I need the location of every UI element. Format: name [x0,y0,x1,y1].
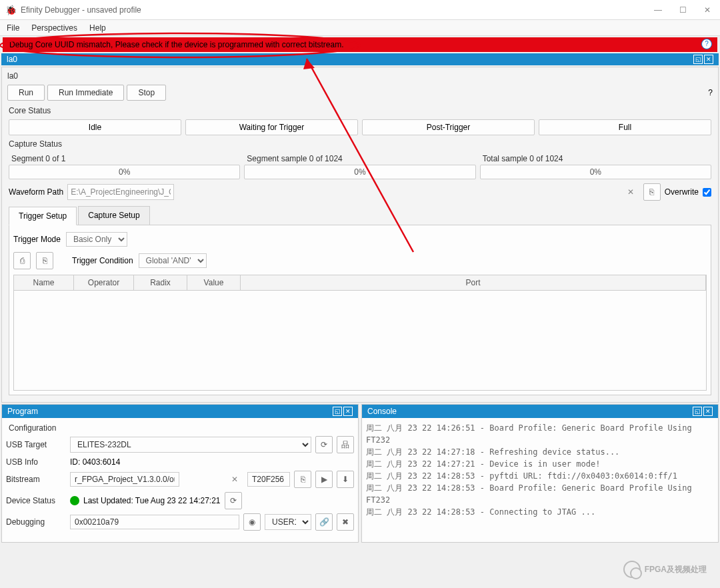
la-panel: la0 Run Run Immediate Stop ? Core Status… [1,67,719,403]
usb-info-value: ID: 0403:6014 [70,457,120,467]
usb-tree-icon[interactable]: 品 [337,436,354,453]
console-output[interactable]: 周二 八月 23 22 14:26:51 - Board Profile: Ge… [362,418,718,542]
trigger-condition-select[interactable]: Global 'AND' [139,253,207,268]
stop-button[interactable]: Stop [127,85,166,101]
close-panel-icon[interactable]: ✕ [704,55,713,64]
segment-progress: 0% [9,165,240,179]
core-status-label: Core Status [5,103,715,118]
waveform-path-input[interactable] [67,184,174,200]
debugging-input[interactable] [70,515,239,529]
menu-perspectives[interactable]: Perspectives [31,23,77,33]
overwrite-label: Overwrite [665,187,699,197]
program-title: Program [7,407,38,416]
clear-bitstream-icon[interactable]: ✕ [231,475,238,484]
status-waiting: Waiting for Trigger [185,119,358,135]
col-value: Value [187,275,241,290]
usb-target-label: USB Target [6,440,66,449]
segment-sample-label: Segment sample 0 of 1024 [244,153,475,165]
run-immediate-button[interactable]: Run Immediate [47,85,124,101]
total-sample-label: Total sample 0 of 1024 [480,153,711,165]
trigger-table-body [13,291,707,391]
usb-target-select[interactable]: ELITES-232DL [70,437,311,453]
run-button[interactable]: Run [7,85,45,101]
col-operator: Operator [74,275,134,290]
wechat-icon [623,561,641,578]
trigger-table-header: Name Operator Radix Value Port [13,275,707,291]
waveform-path-label: Waveform Path [9,187,63,197]
close-button[interactable]: ✕ [700,4,715,16]
col-radix: Radix [134,275,187,290]
part-input[interactable] [247,472,290,487]
refresh-status-icon[interactable]: ⟳ [225,492,242,509]
console-pane: Console ◱✕ 周二 八月 23 22 14:26:51 - Board … [361,404,719,543]
status-full: Full [539,119,711,135]
menubar: File Perspectives Help [0,20,720,36]
watermark-text: FPGA及视频处理 [645,564,707,575]
total-sample-progress: 0% [480,165,711,179]
bug-icon: 🐞 [5,5,17,15]
window-title: Efinity Debugger - unsaved profile [21,5,141,15]
browse-bitstream-icon[interactable]: ⎘ [294,471,311,488]
trigger-mode-label: Trigger Mode [13,235,61,244]
program-close-icon[interactable]: ✕ [343,407,353,416]
bitstream-label: Bitstream [6,475,66,484]
device-status-label: Device Status [6,496,66,505]
la-sub: la0 [5,70,715,82]
col-port: Port [241,275,706,290]
capture-status-label: Capture Status [5,137,715,151]
program-restore-icon[interactable]: ◱ [333,407,342,416]
help-icon[interactable]: ? [701,39,712,49]
program-pane: Program ◱✕ Configuration USB Target ELIT… [1,404,359,543]
error-banner: Debug Core UUID mismatch, Please check i… [3,37,717,52]
configuration-label: Configuration [6,422,354,434]
debugging-label: Debugging [6,517,66,527]
usb-info-label: USB Info [6,457,66,467]
clear-path-icon[interactable]: ✕ [627,187,634,197]
bitstream-input[interactable] [70,472,179,487]
window-titlebar: 🐞 Efinity Debugger - unsaved profile — ☐… [0,0,720,20]
overwrite-checkbox[interactable] [703,188,711,197]
console-close-icon[interactable]: ✕ [703,407,713,416]
menu-file[interactable]: File [7,23,19,33]
tab-trigger-setup[interactable]: Trigger Setup [9,207,77,225]
segment-label: Segment 0 of 1 [9,153,240,165]
la-tab-header: la0 ◱ ✕ [1,53,719,65]
add-trigger-icon[interactable]: ⎙ [13,252,31,269]
user-select[interactable]: USER1 [265,514,311,530]
watermark: FPGA及视频处理 [623,561,707,578]
device-status-value: Last Updated: Tue Aug 23 22 14:27:21 [83,496,221,505]
status-post: Post-Trigger [362,119,535,135]
segment-sample-progress: 0% [244,165,475,179]
restore-icon[interactable]: ◱ [693,55,703,64]
menu-help[interactable]: Help [89,23,106,33]
col-name: Name [14,275,74,290]
trigger-condition-label: Trigger Condition [72,256,133,265]
remove-trigger-icon[interactable]: ⎘ [36,252,53,269]
console-restore-icon[interactable]: ◱ [693,407,702,416]
refresh-usb-icon[interactable]: ⟳ [315,436,333,453]
debug-disconnect-icon[interactable]: ✖ [337,513,354,531]
error-text: Debug Core UUID mismatch, Please check i… [9,40,344,49]
console-title: Console [367,407,397,416]
la-name: la0 [7,55,17,64]
minimize-button[interactable]: — [650,4,666,16]
browse-waveform-icon[interactable]: ⎘ [643,183,661,201]
trigger-mode-select[interactable]: Basic Only [66,232,127,247]
maximize-button[interactable]: ☐ [675,4,691,16]
program-flash-icon[interactable]: ⬇ [337,471,354,488]
status-idle: Idle [9,119,181,135]
debug-connect-icon[interactable]: 🔗 [315,513,333,531]
tab-capture-setup[interactable]: Capture Setup [78,206,149,225]
panel-help-icon[interactable]: ? [708,88,713,97]
program-fpga-icon[interactable]: ▶ [315,471,333,488]
debug-action-icon[interactable]: ◉ [243,513,261,531]
status-green-icon [70,496,79,505]
